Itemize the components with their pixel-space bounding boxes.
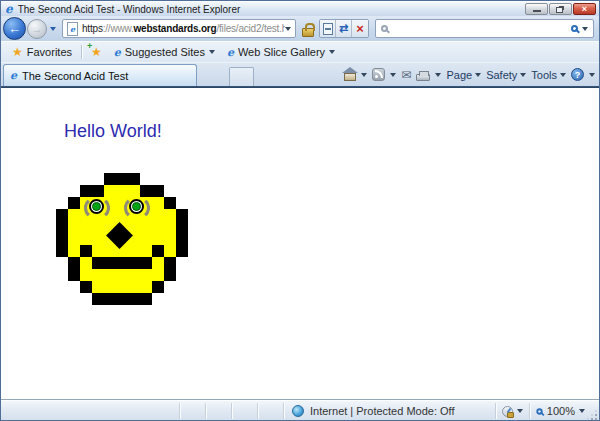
- rss-icon: [372, 68, 385, 81]
- zoom-magnifier-icon: [536, 408, 542, 414]
- status-pane-divider: [231, 403, 232, 419]
- address-bar[interactable]: e https://www.webstandards.org/files/aci…: [62, 19, 296, 38]
- printer-icon: [416, 74, 430, 81]
- security-dial-icon: [502, 406, 513, 417]
- home-button[interactable]: [344, 68, 356, 81]
- page-heading: Hello World!: [64, 121, 162, 142]
- status-bar: Internet | Protected Mode: Off 100%: [1, 399, 599, 421]
- zoom-caret: [579, 409, 585, 413]
- search-box[interactable]: [375, 19, 594, 38]
- page-favicon: e: [67, 22, 78, 36]
- tab-the-second-acid-test[interactable]: e The Second Acid Test: [3, 64, 197, 86]
- tools-menu[interactable]: Tools: [531, 69, 566, 81]
- feeds-caret[interactable]: [390, 73, 396, 77]
- window-title: The Second Acid Test - Windows Internet …: [18, 4, 241, 15]
- read-mail-button[interactable]: ✉: [401, 69, 411, 81]
- suggested-sites-icon: e: [114, 46, 121, 59]
- resize-grip[interactable]: [595, 418, 597, 420]
- print-button[interactable]: [416, 68, 430, 81]
- help-caret[interactable]: [589, 73, 595, 77]
- safety-menu[interactable]: Safety: [486, 69, 526, 81]
- suggested-sites-button[interactable]: e Suggested Sites: [108, 43, 221, 62]
- favorites-divider: [81, 45, 82, 59]
- tools-menu-label: Tools: [531, 69, 557, 81]
- web-slice-gallery-icon: e: [227, 46, 234, 59]
- title-bar: e The Second Acid Test - Windows Interne…: [1, 1, 599, 16]
- left-eye: [89, 199, 104, 214]
- internet-zone-icon: [292, 405, 304, 417]
- add-favorite-icon: ★+: [91, 46, 102, 58]
- safety-menu-caret: [520, 73, 526, 77]
- close-button[interactable]: ×: [573, 3, 596, 15]
- search-icon: [381, 25, 388, 32]
- add-favorite-plus-icon: +: [87, 42, 92, 51]
- suggested-sites-label: Suggested Sites: [125, 46, 205, 58]
- minimize-button[interactable]: [525, 3, 548, 15]
- favorites-star-icon: ★: [12, 46, 23, 58]
- back-button[interactable]: ←: [3, 17, 26, 40]
- search-go-icon[interactable]: [571, 25, 578, 32]
- compatibility-view-button[interactable]: [320, 20, 336, 37]
- search-input[interactable]: [392, 21, 567, 36]
- web-slice-gallery-button[interactable]: e Web Slice Gallery: [221, 43, 341, 62]
- left-iris: [92, 202, 101, 211]
- refresh-button[interactable]: ⇄: [336, 20, 352, 37]
- zoom-level-button[interactable]: 100%: [536, 405, 585, 417]
- page-menu[interactable]: Page: [446, 69, 481, 81]
- favorites-bar: ★ Favorites ★+ e Suggested Sites e Web S…: [1, 41, 599, 62]
- tab-favicon: e: [10, 69, 17, 82]
- suggested-sites-caret[interactable]: [209, 50, 215, 54]
- tab-title: The Second Acid Test: [22, 70, 128, 82]
- url-text: https://www.webstandards.org/files/acid2…: [82, 23, 285, 34]
- status-divider: [529, 403, 530, 419]
- new-tab-button[interactable]: [229, 67, 254, 86]
- page-menu-label: Page: [446, 69, 472, 81]
- right-eye: [129, 199, 144, 214]
- search-options-caret[interactable]: [582, 27, 588, 31]
- window-controls: ×: [525, 3, 596, 15]
- browser-window: e The Second Acid Test - Windows Interne…: [0, 0, 600, 421]
- right-iris: [132, 202, 141, 211]
- status-divider: [495, 403, 496, 419]
- back-arrow-icon: ←: [8, 21, 21, 36]
- status-pane-divider: [179, 403, 180, 419]
- home-caret[interactable]: [361, 73, 367, 77]
- acid2-smiley: [56, 173, 188, 305]
- add-to-favorites-bar-button[interactable]: ★+: [85, 43, 108, 62]
- ie-logo-icon: e: [5, 4, 13, 14]
- stop-button[interactable]: ×: [352, 20, 368, 37]
- web-slice-gallery-label: Web Slice Gallery: [238, 46, 325, 58]
- restore-icon: [556, 7, 563, 13]
- page-content: Hello World!: [1, 88, 599, 399]
- status-pane-divider: [205, 403, 206, 419]
- stop-icon: ×: [356, 23, 364, 35]
- help-button[interactable]: ?: [571, 68, 584, 81]
- print-caret[interactable]: [435, 73, 441, 77]
- favorites-label: Favorites: [27, 46, 72, 58]
- status-pane-divider: [283, 403, 284, 419]
- feeds-button[interactable]: [372, 68, 385, 81]
- smartscreen-caret: [517, 409, 523, 413]
- url-prefix: ://www.: [103, 23, 134, 34]
- tab-row: e The Second Acid Test ✉ Page Safety Too…: [1, 62, 599, 86]
- minimize-icon: [533, 10, 541, 12]
- smartscreen-button[interactable]: [502, 406, 523, 417]
- address-buttons: ⇄ ×: [319, 19, 369, 38]
- mail-icon: ✉: [401, 69, 411, 81]
- tools-menu-caret: [560, 73, 566, 77]
- forward-button[interactable]: →: [27, 19, 47, 39]
- web-slice-gallery-caret[interactable]: [329, 50, 335, 54]
- url-domain: webstandards.org: [134, 23, 217, 34]
- url-scheme: https: [82, 23, 103, 34]
- ie-page-icon: e: [70, 25, 75, 33]
- help-icon: ?: [571, 68, 584, 81]
- restore-button[interactable]: [549, 3, 572, 15]
- navigation-bar: ← → e https://www.webstandards.org/files…: [1, 16, 599, 41]
- add-favorite-star-icon: ★: [91, 45, 102, 59]
- favorites-button[interactable]: ★ Favorites: [6, 43, 78, 62]
- safety-menu-label: Safety: [486, 69, 517, 81]
- address-dropdown-caret[interactable]: [285, 27, 291, 31]
- recent-pages-caret[interactable]: [50, 27, 56, 31]
- home-icon: [344, 73, 356, 81]
- ssl-padlock-icon[interactable]: [302, 28, 314, 37]
